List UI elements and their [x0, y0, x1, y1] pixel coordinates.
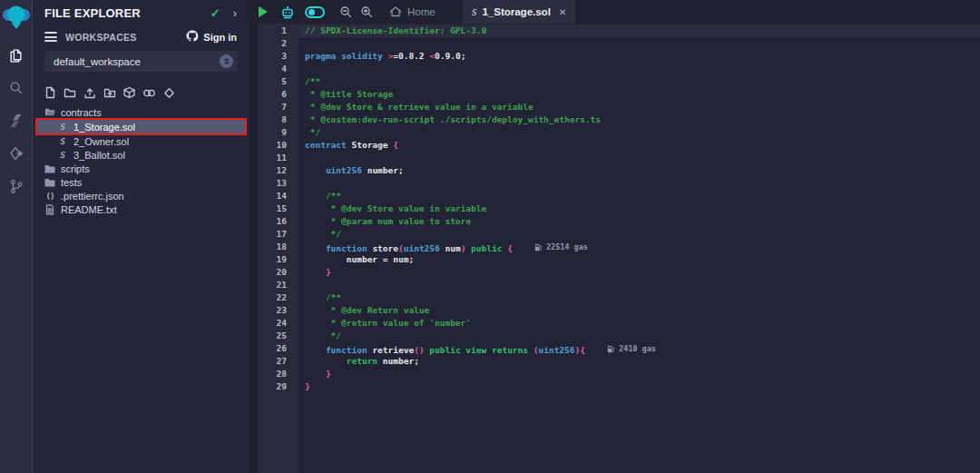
solidity-compiler-icon[interactable] [0, 104, 33, 137]
workspace-selected-value: default_workspace [54, 56, 220, 67]
deploy-run-icon[interactable] [0, 137, 33, 170]
code-line[interactable] [299, 177, 980, 190]
line-number[interactable]: 27 [258, 355, 299, 368]
active-tab-label: 1_Storage.sol [482, 6, 550, 17]
code-line[interactable] [299, 152, 980, 164]
code-line[interactable]: /** [299, 75, 980, 88]
code-line[interactable]: */ [299, 228, 980, 241]
zoom-out-icon[interactable] [339, 5, 352, 18]
code-line[interactable]: contract Storage { [299, 139, 980, 152]
line-number[interactable]: 26 [258, 342, 299, 355]
tree-item-1-storage-sol[interactable]: S1_Storage.sol [37, 120, 245, 133]
solidity-badge-icon[interactable] [163, 87, 175, 99]
run-script-button[interactable] [259, 6, 268, 17]
line-number[interactable]: 20 [258, 266, 299, 279]
line-number[interactable]: 9 [258, 126, 299, 139]
code-line[interactable]: // SPDX-License-Identifier: GPL-3.0 [299, 25, 980, 37]
upload-file-icon[interactable] [83, 87, 96, 99]
upload-folder-icon[interactable] [103, 87, 116, 99]
line-number[interactable]: 11 [258, 152, 299, 164]
close-tab-icon[interactable]: ✕ [559, 7, 566, 17]
code-line[interactable]: */ [299, 126, 980, 139]
code-line[interactable]: /** [299, 190, 980, 202]
workspace-dropdown-toggle-icon[interactable] [220, 54, 233, 68]
code-line[interactable]: pragma solidity >=0.8.2 <0.9.0; [299, 50, 980, 63]
file-explorer-icon[interactable] [0, 39, 33, 72]
search-icon[interactable] [0, 72, 33, 104]
tree-item-label: README.txt [61, 204, 117, 215]
code-line[interactable]: function retrieve() public view returns … [299, 342, 980, 355]
line-number[interactable]: 1 [258, 25, 299, 37]
link-icon[interactable] [142, 87, 156, 99]
workspaces-menu-icon[interactable] [44, 32, 57, 42]
file-actions-toolbar [33, 81, 248, 105]
line-number[interactable]: 4 [258, 63, 299, 75]
line-number[interactable]: 12 [258, 164, 299, 177]
code-line[interactable]: * @param num value to store [299, 215, 980, 228]
tree-item-3-ballot-sol[interactable]: S3_Ballot.sol [33, 148, 248, 162]
line-number[interactable]: 7 [258, 101, 299, 113]
tree-item-tests[interactable]: tests [33, 175, 248, 189]
line-number[interactable]: 23 [258, 304, 299, 317]
code-line[interactable]: * @title Storage [299, 88, 980, 101]
code-line[interactable]: uint256 number; [299, 164, 980, 177]
workspace-dropdown[interactable]: default_workspace [44, 51, 238, 72]
tree-item-readme-txt[interactable]: README.txt [33, 202, 248, 216]
braces-icon: () [44, 192, 55, 201]
line-number[interactable]: 18 [258, 241, 299, 253]
new-file-icon[interactable] [44, 86, 56, 99]
line-number[interactable]: 24 [258, 317, 299, 330]
code-line[interactable]: } [299, 380, 980, 393]
line-number[interactable]: 29 [258, 380, 299, 393]
code-line[interactable]: * @dev Store & retrieve value in a varia… [299, 101, 980, 113]
code-line[interactable]: number = num; [299, 253, 980, 266]
line-number[interactable]: 17 [258, 228, 299, 241]
line-number[interactable]: 14 [258, 190, 299, 202]
line-number[interactable]: 22 [258, 291, 299, 304]
check-icon[interactable]: ✓ [211, 6, 220, 20]
line-number[interactable]: 19 [258, 253, 299, 266]
code-line[interactable]: return number; [299, 355, 980, 368]
tab-1-storage-sol[interactable]: S 1_Storage.sol ✕ [463, 0, 576, 24]
new-folder-icon[interactable] [64, 87, 76, 99]
tab-home[interactable]: Home [378, 0, 446, 24]
cube-icon[interactable] [123, 86, 135, 99]
line-number[interactable]: 15 [258, 202, 299, 215]
code-line[interactable] [299, 37, 980, 50]
copilot-toggle[interactable] [305, 6, 325, 18]
line-number[interactable]: 3 [258, 50, 299, 63]
tree-item-scripts[interactable]: scripts [33, 162, 248, 175]
tree-item-label: 3_Ballot.sol [74, 150, 125, 161]
ai-assistant-icon[interactable] [280, 5, 295, 19]
code-line[interactable]: * @return value of 'number' [299, 317, 980, 330]
code-line[interactable]: * @dev Store value in variable [299, 202, 980, 215]
code-content[interactable]: // SPDX-License-Identifier: GPL-3.0pragm… [299, 24, 980, 473]
code-line[interactable]: * @custom:dev-run-script ./scripts/deplo… [299, 113, 980, 126]
line-number[interactable]: 16 [258, 215, 299, 228]
line-number[interactable]: 10 [258, 139, 299, 152]
tree-item-contracts[interactable]: contracts [33, 105, 248, 119]
code-line[interactable]: /** [299, 291, 980, 304]
line-number[interactable]: 8 [258, 113, 299, 126]
line-number[interactable]: 5 [258, 75, 299, 88]
code-line[interactable]: function store(uint256 num) public {2251… [299, 241, 980, 253]
chevron-right-icon[interactable]: › [233, 6, 237, 20]
tree-item-2-owner-sol[interactable]: S2_Owner.sol [33, 134, 248, 148]
code-line[interactable]: * @dev Return value [299, 304, 980, 317]
code-line[interactable]: */ [299, 330, 980, 342]
line-number-gutter[interactable]: 1234567891011121314151617181920212223242… [258, 24, 299, 473]
line-number[interactable]: 21 [258, 279, 299, 291]
git-icon[interactable] [0, 170, 33, 202]
line-number[interactable]: 2 [258, 37, 299, 50]
code-line[interactable]: } [299, 266, 980, 279]
tree-item--prettierrc-json[interactable]: ().prettierrc.json [33, 189, 248, 202]
code-line[interactable] [299, 63, 980, 75]
line-number[interactable]: 13 [258, 177, 299, 190]
line-number[interactable]: 25 [258, 330, 299, 342]
code-line[interactable]: } [299, 368, 980, 380]
sign-in-button[interactable]: Sign in [186, 30, 237, 44]
line-number[interactable]: 28 [258, 368, 299, 380]
code-line[interactable] [299, 279, 980, 291]
line-number[interactable]: 6 [258, 88, 299, 101]
zoom-in-icon[interactable] [360, 5, 373, 18]
